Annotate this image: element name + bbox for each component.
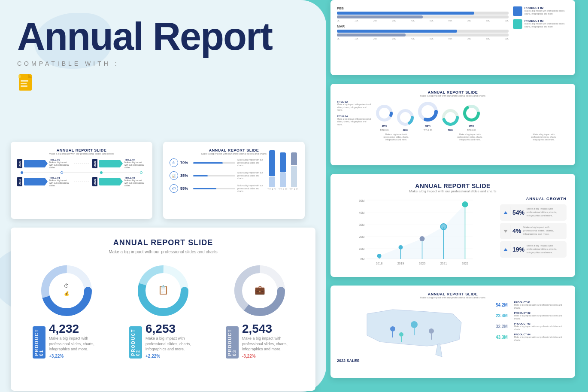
donut-70-svg xyxy=(441,108,460,127)
product-02-growth: +2,22% xyxy=(145,354,197,359)
product-01-badge: PRODUCT 01 xyxy=(33,326,45,359)
compatible-label: COMPATIBLE WITH : xyxy=(17,60,272,67)
svg-text:20M: 20M xyxy=(359,235,365,238)
stat-num-4: 43.3M xyxy=(496,335,512,340)
donut-30-svg xyxy=(375,103,394,123)
product-02-desc: Make a big impact with professional slid… xyxy=(145,336,197,352)
slide-map-subtitle: Make a big impact with our professional … xyxy=(337,296,569,299)
product-03-info: PRODUCT 03 2,543 Make a big impact with … xyxy=(226,322,294,359)
vbar-2a xyxy=(280,152,286,172)
bar-desc-1: Make a big impact with our professional … xyxy=(237,158,263,167)
product-02-num: 6,253 xyxy=(145,322,197,336)
product-03-info-desc: Make a big impact with professional slid… xyxy=(524,22,569,28)
timeline-text-05: TITLE 05Make a big impact with our profe… xyxy=(124,176,146,187)
bar-bg-3 xyxy=(193,188,235,189)
thumb-barchart: ANNUAL REPORT SLIDE Make a big impact wi… xyxy=(163,142,305,219)
thumb-top-bar: FEB 0K10K20K30K40K50K60K70K80K90K MAR xyxy=(330,0,575,75)
product-02-thumb xyxy=(513,6,522,16)
svg-text:50M: 50M xyxy=(359,199,365,202)
svg-point-58 xyxy=(411,321,418,328)
mar-bar-bg-2 xyxy=(337,33,509,36)
map-svg-area: 2022 SALES xyxy=(337,301,491,363)
donut-sm-layout: TITLE 02 Make a big impact with professi… xyxy=(337,100,569,131)
horiz-bars-area: FEB 0K10K20K30K40K50K60K70K80K90K MAR xyxy=(337,6,509,40)
arrow-title04 xyxy=(99,160,123,167)
svg-point-19 xyxy=(378,106,391,120)
arrow-down-4 xyxy=(503,230,508,233)
feb-bar-2 xyxy=(337,15,509,18)
map-stats-col: 54.2M PRODUCT 01 Make a big impact with … xyxy=(496,301,569,363)
product-02-text: PRODUCT 02 Make a big impact with profes… xyxy=(524,6,569,15)
bar-track-1 xyxy=(193,162,235,164)
donut-40-svg xyxy=(396,108,415,127)
donuts-row: 30% TITLE 01 40% 55% TITLE 03 xyxy=(375,100,531,131)
svg-text:0M: 0M xyxy=(361,258,365,261)
growth-lollipop-svg: 50M 40M 30M 20M 10M 0M xyxy=(339,197,495,265)
arrow-up-19 xyxy=(503,248,508,251)
stat-text-1: PRODUCT 01 Make a big impact with our pr… xyxy=(514,301,569,309)
slide-barchart-title: ANNUAL REPORT SLIDE xyxy=(170,148,298,152)
desc-19: Make a big impact with professional slid… xyxy=(527,244,563,254)
mar-label: MAR xyxy=(337,24,509,28)
donut-02-wrap: 📋 xyxy=(135,263,191,319)
vbar-3a xyxy=(291,152,297,165)
stat-text-3: PRODUCT 03 Make a big impact with our pr… xyxy=(514,322,569,331)
feb-bar-bg-2 xyxy=(337,15,509,18)
feb-bar-bg-1 xyxy=(337,12,509,15)
product-03-num: 2,543 xyxy=(242,322,294,336)
thumb-map: ANNUAL REPORT SLIDE Make a big impact wi… xyxy=(330,286,575,378)
mar-bar-1 xyxy=(337,30,509,33)
product-03-title-sm: PRODUCT 03 xyxy=(524,19,569,22)
mar-bar-2 xyxy=(337,33,509,36)
stat-row-3: 32.2M PRODUCT 03 Make a big impact with … xyxy=(496,322,569,331)
product-01-details: 4,232 Make a big impact with professiona… xyxy=(49,322,100,359)
feb-bar-1 xyxy=(337,12,509,15)
svg-text:2019: 2019 xyxy=(397,262,404,265)
donut-70: 70% xyxy=(441,108,460,131)
year-2021: 2021 xyxy=(92,177,97,186)
google-slides-icon xyxy=(17,73,272,97)
donut-sm-bottom-labels: Make a big impact with professional slid… xyxy=(337,133,569,141)
timeline-text-04: TITLE 04Make a big impact with our profe… xyxy=(124,158,146,169)
map-layout: 2022 SALES 54.2M PRODUCT 01 Make a big i… xyxy=(337,301,569,363)
slide-timeline-title: ANNUAL REPORT SLIDE xyxy=(17,148,146,152)
svg-text:2018: 2018 xyxy=(376,262,383,265)
donut-55-svg xyxy=(417,100,439,123)
product-01-col: ⏱ 💰 PRODUCT 01 4,232 Make a big impact w… xyxy=(33,263,100,359)
svg-rect-2 xyxy=(21,80,28,82)
bar-item-55: 🏷 55% Make a big impact with our profess… xyxy=(170,184,263,193)
year-2022: 2022 xyxy=(92,159,97,168)
svg-point-62 xyxy=(399,332,403,337)
stat-desc-2: Make a big impact with our professional … xyxy=(514,314,569,320)
bar-bg-2 xyxy=(193,175,235,176)
bar-icon-2: 📊 xyxy=(170,171,178,180)
svg-rect-4 xyxy=(21,85,27,87)
divider-54 xyxy=(510,207,510,219)
desc-54: Make a big impact with professional slid… xyxy=(527,207,563,217)
slide-donut-sm-title: ANNUAL REPORT SLIDE xyxy=(337,90,569,94)
metric-19: 19% Make a big impact with professional … xyxy=(500,241,567,258)
vbar-1b xyxy=(269,176,275,187)
bar-icon-1: ⏱ xyxy=(170,158,178,167)
bar-bg-1 xyxy=(193,162,235,164)
product-02-title: PRODUCT 02 xyxy=(524,6,569,9)
donut-90: 90% TITLE 05 xyxy=(462,103,481,131)
divider-19 xyxy=(510,243,510,255)
slide-donut-sm-subtitle: Make a big impact with our professional … xyxy=(337,94,569,97)
stat-text-2: PRODUCT 02 Make a big impact with our pr… xyxy=(514,312,569,320)
product-03-text: PRODUCT 03 Make a big impact with profes… xyxy=(524,19,569,28)
bar-fill-2 xyxy=(193,175,208,176)
bar-item-70: ⏱ 70% Make a big impact with our profess… xyxy=(170,158,263,167)
product-info-02: PRODUCT 02 Make a big impact with profes… xyxy=(513,6,569,16)
svg-text:💼: 💼 xyxy=(255,285,265,295)
stat-num-3: 32.2M xyxy=(496,324,512,329)
product-info-col: PRODUCT 02 Make a big impact with profes… xyxy=(513,6,569,40)
product-03-details: 2,543 Make a big impact with professiona… xyxy=(242,322,294,359)
mar-section: MAR 0K10K20K30K40K50K60K70K80K90K xyxy=(337,24,509,40)
svg-text:30M: 30M xyxy=(359,223,365,226)
line-3 xyxy=(103,173,140,173)
thumb-growth: ANNUAL REPORT SLIDE Make a big impact wi… xyxy=(330,174,575,277)
usa-map-svg xyxy=(337,301,491,357)
feb-bar-fill-2 xyxy=(337,15,423,18)
arrow-title02 xyxy=(24,160,48,167)
